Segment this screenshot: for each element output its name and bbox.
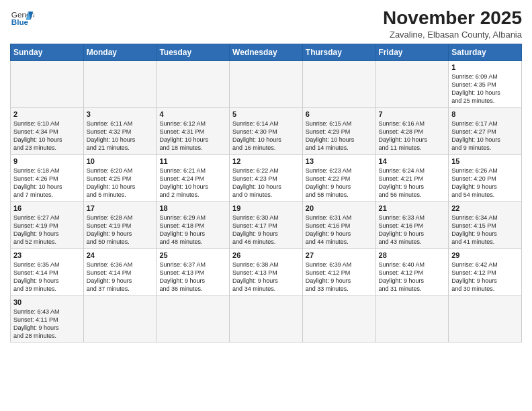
day-number: 23 bbox=[13, 251, 81, 259]
weekday-header-row: SundayMondayTuesdayWednesdayThursdayFrid… bbox=[11, 44, 522, 60]
day-info: Sunrise: 6:22 AM Sunset: 4:23 PM Dayligh… bbox=[232, 167, 300, 199]
day-number: 18 bbox=[159, 204, 226, 212]
day-cell bbox=[230, 60, 303, 107]
day-cell: 12Sunrise: 6:22 AM Sunset: 4:23 PM Dayli… bbox=[230, 154, 303, 201]
day-number: 9 bbox=[13, 157, 81, 165]
day-cell bbox=[375, 60, 449, 107]
day-info: Sunrise: 6:40 AM Sunset: 4:12 PM Dayligh… bbox=[379, 261, 446, 293]
day-number: 6 bbox=[306, 110, 373, 118]
day-number: 28 bbox=[379, 251, 446, 259]
week-row-6: 30Sunrise: 6:43 AM Sunset: 4:11 PM Dayli… bbox=[11, 295, 522, 342]
day-number: 30 bbox=[13, 298, 81, 306]
day-info: Sunrise: 6:11 AM Sunset: 4:32 PM Dayligh… bbox=[87, 120, 154, 152]
day-cell: 29Sunrise: 6:42 AM Sunset: 4:12 PM Dayli… bbox=[449, 248, 522, 295]
weekday-header-wednesday: Wednesday bbox=[230, 44, 303, 60]
day-number: 25 bbox=[159, 251, 226, 259]
day-cell: 20Sunrise: 6:31 AM Sunset: 4:16 PM Dayli… bbox=[302, 201, 375, 248]
day-cell: 14Sunrise: 6:24 AM Sunset: 4:21 PM Dayli… bbox=[375, 154, 449, 201]
day-info: Sunrise: 6:38 AM Sunset: 4:13 PM Dayligh… bbox=[232, 261, 300, 293]
day-cell: 8Sunrise: 6:17 AM Sunset: 4:27 PM Daylig… bbox=[449, 107, 522, 154]
day-number: 4 bbox=[159, 110, 226, 118]
weekday-header-saturday: Saturday bbox=[449, 44, 522, 60]
generalblue-icon: General Blue bbox=[10, 7, 34, 31]
day-number: 12 bbox=[232, 157, 300, 165]
day-cell bbox=[449, 295, 522, 342]
page: General Blue November 2025 Zavaline, Elb… bbox=[0, 0, 532, 411]
day-number: 16 bbox=[13, 204, 81, 212]
day-info: Sunrise: 6:39 AM Sunset: 4:12 PM Dayligh… bbox=[306, 261, 373, 293]
day-cell: 4Sunrise: 6:12 AM Sunset: 4:31 PM Daylig… bbox=[157, 107, 230, 154]
day-number: 14 bbox=[379, 157, 446, 165]
title-block: November 2025 Zavaline, Elbasan County, … bbox=[383, 7, 522, 40]
day-info: Sunrise: 6:15 AM Sunset: 4:29 PM Dayligh… bbox=[306, 120, 373, 152]
svg-text:Blue: Blue bbox=[11, 17, 29, 26]
day-cell: 11Sunrise: 6:21 AM Sunset: 4:24 PM Dayli… bbox=[157, 154, 230, 201]
week-row-2: 2Sunrise: 6:10 AM Sunset: 4:34 PM Daylig… bbox=[11, 107, 522, 154]
day-number: 26 bbox=[232, 251, 300, 259]
weekday-header-monday: Monday bbox=[83, 44, 157, 60]
weekday-header-tuesday: Tuesday bbox=[157, 44, 230, 60]
day-number: 20 bbox=[306, 204, 373, 212]
day-cell: 16Sunrise: 6:27 AM Sunset: 4:19 PM Dayli… bbox=[11, 201, 84, 248]
day-info: Sunrise: 6:28 AM Sunset: 4:19 PM Dayligh… bbox=[87, 214, 154, 246]
week-row-1: 1Sunrise: 6:09 AM Sunset: 4:35 PM Daylig… bbox=[11, 60, 522, 107]
day-info: Sunrise: 6:31 AM Sunset: 4:16 PM Dayligh… bbox=[306, 214, 373, 246]
day-info: Sunrise: 6:23 AM Sunset: 4:22 PM Dayligh… bbox=[306, 167, 373, 199]
day-number: 24 bbox=[87, 251, 154, 259]
day-cell bbox=[302, 60, 375, 107]
day-cell bbox=[83, 295, 157, 342]
day-cell: 21Sunrise: 6:33 AM Sunset: 4:16 PM Dayli… bbox=[375, 201, 449, 248]
day-info: Sunrise: 6:18 AM Sunset: 4:26 PM Dayligh… bbox=[13, 167, 81, 199]
day-number: 5 bbox=[232, 110, 300, 118]
day-cell: 2Sunrise: 6:10 AM Sunset: 4:34 PM Daylig… bbox=[11, 107, 84, 154]
day-number: 13 bbox=[306, 157, 373, 165]
day-info: Sunrise: 6:29 AM Sunset: 4:18 PM Dayligh… bbox=[159, 214, 226, 246]
day-number: 22 bbox=[451, 204, 519, 212]
day-info: Sunrise: 6:20 AM Sunset: 4:25 PM Dayligh… bbox=[87, 167, 154, 199]
day-number: 15 bbox=[451, 157, 519, 165]
week-row-3: 9Sunrise: 6:18 AM Sunset: 4:26 PM Daylig… bbox=[11, 154, 522, 201]
day-info: Sunrise: 6:36 AM Sunset: 4:14 PM Dayligh… bbox=[87, 261, 154, 293]
day-cell: 24Sunrise: 6:36 AM Sunset: 4:14 PM Dayli… bbox=[83, 248, 157, 295]
day-cell: 3Sunrise: 6:11 AM Sunset: 4:32 PM Daylig… bbox=[83, 107, 157, 154]
day-cell: 13Sunrise: 6:23 AM Sunset: 4:22 PM Dayli… bbox=[302, 154, 375, 201]
day-info: Sunrise: 6:35 AM Sunset: 4:14 PM Dayligh… bbox=[13, 261, 81, 293]
day-cell: 30Sunrise: 6:43 AM Sunset: 4:11 PM Dayli… bbox=[11, 295, 84, 342]
day-info: Sunrise: 6:33 AM Sunset: 4:16 PM Dayligh… bbox=[379, 214, 446, 246]
day-cell: 7Sunrise: 6:16 AM Sunset: 4:28 PM Daylig… bbox=[375, 107, 449, 154]
day-number: 19 bbox=[232, 204, 300, 212]
day-cell bbox=[302, 295, 375, 342]
day-info: Sunrise: 6:21 AM Sunset: 4:24 PM Dayligh… bbox=[159, 167, 226, 199]
day-number: 3 bbox=[87, 110, 154, 118]
day-cell: 17Sunrise: 6:28 AM Sunset: 4:19 PM Dayli… bbox=[83, 201, 157, 248]
day-info: Sunrise: 6:14 AM Sunset: 4:30 PM Dayligh… bbox=[232, 120, 300, 152]
day-cell bbox=[157, 60, 230, 107]
day-info: Sunrise: 6:43 AM Sunset: 4:11 PM Dayligh… bbox=[13, 308, 81, 340]
day-cell bbox=[11, 60, 84, 107]
day-info: Sunrise: 6:30 AM Sunset: 4:17 PM Dayligh… bbox=[232, 214, 300, 246]
weekday-header-friday: Friday bbox=[375, 44, 449, 60]
day-cell: 28Sunrise: 6:40 AM Sunset: 4:12 PM Dayli… bbox=[375, 248, 449, 295]
day-number: 7 bbox=[379, 110, 446, 118]
header: General Blue November 2025 Zavaline, Elb… bbox=[10, 7, 522, 40]
day-info: Sunrise: 6:42 AM Sunset: 4:12 PM Dayligh… bbox=[451, 261, 519, 293]
weekday-header-thursday: Thursday bbox=[302, 44, 375, 60]
day-cell: 23Sunrise: 6:35 AM Sunset: 4:14 PM Dayli… bbox=[11, 248, 84, 295]
day-info: Sunrise: 6:16 AM Sunset: 4:28 PM Dayligh… bbox=[379, 120, 446, 152]
day-number: 2 bbox=[13, 110, 81, 118]
weekday-header-sunday: Sunday bbox=[11, 44, 84, 60]
day-number: 17 bbox=[87, 204, 154, 212]
day-number: 10 bbox=[87, 157, 154, 165]
day-info: Sunrise: 6:37 AM Sunset: 4:13 PM Dayligh… bbox=[159, 261, 226, 293]
day-cell: 10Sunrise: 6:20 AM Sunset: 4:25 PM Dayli… bbox=[83, 154, 157, 201]
week-row-4: 16Sunrise: 6:27 AM Sunset: 4:19 PM Dayli… bbox=[11, 201, 522, 248]
day-cell: 25Sunrise: 6:37 AM Sunset: 4:13 PM Dayli… bbox=[157, 248, 230, 295]
day-info: Sunrise: 6:24 AM Sunset: 4:21 PM Dayligh… bbox=[379, 167, 446, 199]
day-cell: 6Sunrise: 6:15 AM Sunset: 4:29 PM Daylig… bbox=[302, 107, 375, 154]
day-cell bbox=[230, 295, 303, 342]
day-number: 29 bbox=[451, 251, 519, 259]
calendar-table: SundayMondayTuesdayWednesdayThursdayFrid… bbox=[10, 44, 522, 343]
day-cell bbox=[375, 295, 449, 342]
day-number: 27 bbox=[306, 251, 373, 259]
day-info: Sunrise: 6:10 AM Sunset: 4:34 PM Dayligh… bbox=[13, 120, 81, 152]
